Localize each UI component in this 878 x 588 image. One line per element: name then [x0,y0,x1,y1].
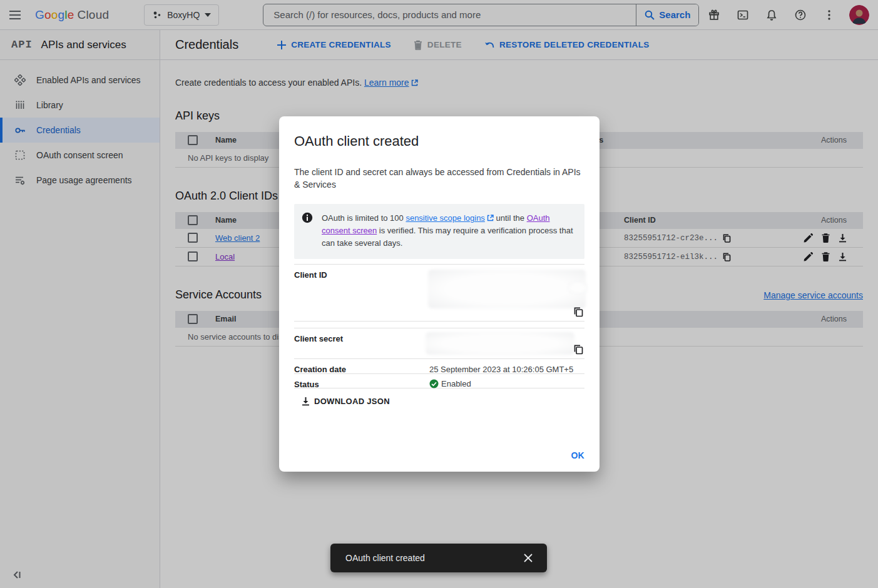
dialog-title: OAuth client created [294,133,584,150]
toast-message: OAuth client created [345,553,519,563]
notice-text: OAuth is limited to 100 sensitive scope … [322,212,576,250]
client-id-redacted [568,283,587,293]
status-label: Status [294,374,429,388]
status-value-cell: Enabled [429,374,584,388]
copy-icon[interactable] [574,345,583,355]
dialog-subtitle: The client ID and secret can always be a… [294,166,584,191]
creation-date-value: 25 September 2023 at 10:26:05 GMT+5 [429,359,584,373]
oauth-limit-notice: OAuth is limited to 100 sensitive scope … [294,204,584,259]
oauth-client-created-dialog: OAuth client created The client ID and s… [279,116,600,472]
client-id-redacted [428,270,586,308]
sensitive-scope-logins-link[interactable]: sensitive scope logins [406,213,493,223]
status-row: Status Enabled [294,373,584,388]
toast-notification: OAuth client created [330,544,547,572]
creation-date-label: Creation date [294,359,429,373]
ok-button[interactable]: OK [571,450,584,460]
check-circle-icon [429,379,439,388]
client-secret-redacted [426,332,574,355]
download-json-button[interactable]: DOWNLOAD JSON [302,397,390,406]
close-icon[interactable] [519,549,537,567]
status-text: Enabled [441,379,471,388]
copy-icon[interactable] [574,307,583,317]
client-id-row: Client ID [294,264,584,321]
external-link-icon [487,215,494,221]
client-secret-label: Client secret [294,328,429,358]
download-icon [302,397,310,406]
info-icon [302,212,313,250]
client-id-label: Client ID [294,265,429,321]
dialog-fields: Client ID Client secret Creation date 25… [294,264,584,388]
creation-date-row: Creation date 25 September 2023 at 10:26… [294,358,584,373]
spacer-row [294,321,584,328]
client-secret-row: Client secret [294,328,584,358]
